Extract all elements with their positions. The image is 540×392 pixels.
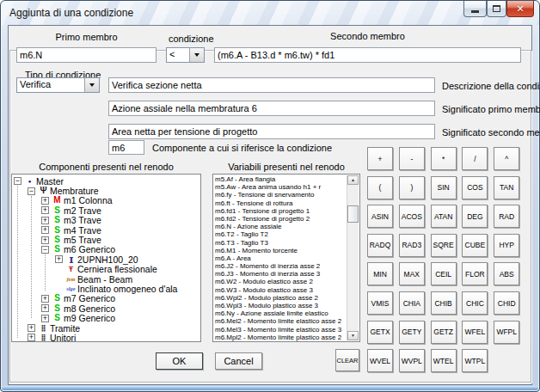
- condizione-combobox[interactable]: <: [166, 47, 205, 63]
- collapse-icon[interactable]: −: [41, 246, 49, 254]
- keypad-button-chia[interactable]: CHIA: [399, 291, 425, 315]
- tree-item[interactable]: ŦCerniera flessionale: [12, 265, 200, 274]
- tree-item[interactable]: +Sm9 Generico: [12, 313, 200, 322]
- cancel-button[interactable]: Cancel: [215, 352, 262, 370]
- keypad-button-sqre[interactable]: SQRE: [431, 234, 457, 257]
- secondo-membro-input[interactable]: [214, 47, 521, 63]
- componente-input[interactable]: [108, 140, 144, 155]
- variable-item[interactable]: m6.W2 - Modulo elastico asse 2: [213, 278, 359, 285]
- variable-item[interactable]: m6.fd2 - Tensione di progetto 2: [213, 215, 359, 223]
- descrizione-input[interactable]: [108, 77, 435, 93]
- variable-item[interactable]: m5.Aw - Area anima usando h1 + r: [213, 183, 359, 191]
- tipo-condizione-dropdown-button[interactable]: [84, 78, 99, 92]
- tree-item[interactable]: −●Master: [12, 176, 200, 186]
- variable-item[interactable]: m6.Mel3 - Momento limite elastico asse 3: [213, 326, 359, 334]
- variables-scrollbar[interactable]: ▲ ▼: [347, 175, 359, 340]
- expand-icon[interactable]: +: [41, 236, 49, 244]
- keypad-button-abs[interactable]: ABS: [494, 262, 519, 285]
- tree-item[interactable]: +Sm4 Trave: [12, 225, 200, 235]
- collapse-icon[interactable]: −: [28, 187, 35, 195]
- primo-membro-input[interactable]: [16, 47, 156, 63]
- tree-item[interactable]: femBeam - Beam: [12, 274, 200, 284]
- expand-icon[interactable]: +: [41, 295, 49, 303]
- clear-button[interactable]: CLEAR: [335, 349, 359, 371]
- tree-item[interactable]: +Sm8 Generico: [12, 303, 200, 313]
- tree-item[interactable]: +Sm3 Trave: [12, 216, 200, 225]
- keypad-button-^[interactable]: ^: [494, 147, 519, 170]
- tree-item[interactable]: +Sm5 Trave: [12, 235, 200, 244]
- keypad-button-vmis[interactable]: VMIS: [367, 291, 393, 315]
- keypad-button-getx[interactable]: GETX: [367, 321, 393, 344]
- keypad-button-sin[interactable]: SIN: [431, 176, 457, 199]
- keypad-button-chic[interactable]: CHIC: [462, 291, 488, 315]
- keypad-button--[interactable]: -: [399, 147, 425, 170]
- keypad-button-)[interactable]: ): [399, 176, 425, 199]
- variable-item[interactable]: m6.Ny - Azione assiale limite elastico: [213, 309, 359, 317]
- keypad-button-([interactable]: (: [367, 176, 393, 199]
- keypad-button-asin[interactable]: ASIN: [367, 205, 393, 228]
- expand-icon[interactable]: +: [41, 197, 49, 205]
- keypad-button-/[interactable]: /: [462, 147, 488, 170]
- tree-item[interactable]: −Sm6 Generico: [12, 245, 200, 254]
- variable-item[interactable]: m6.W3 - Modulo elastico asse 3: [213, 286, 359, 294]
- expand-icon[interactable]: +: [55, 255, 63, 263]
- keypad-button-wfel[interactable]: WFEL: [462, 321, 488, 344]
- tree-item[interactable]: +⣿Tramite: [12, 323, 200, 333]
- variable-item[interactable]: m6.M1 - Momento torcente: [213, 247, 359, 254]
- keypad-button-wtel[interactable]: WTEL: [431, 349, 457, 372]
- tree-item[interactable]: slgeInclinato omogeneo d'ala: [12, 284, 200, 293]
- variable-item[interactable]: m6.A - Area: [213, 254, 359, 262]
- scroll-up-button[interactable]: ▲: [347, 175, 359, 185]
- keypad-button-wfpl[interactable]: WFPL: [494, 321, 519, 344]
- expand-icon[interactable]: +: [41, 226, 49, 234]
- keypad-button-wtpl[interactable]: WTPL: [462, 349, 488, 372]
- keypad-button-+[interactable]: +: [367, 147, 393, 170]
- variable-item[interactable]: m6.fy - Tensione di snervamento: [213, 191, 359, 199]
- significato-secondo-input[interactable]: [108, 124, 435, 139]
- tree-item[interactable]: +⣿Unitori: [12, 333, 200, 342]
- variable-item[interactable]: m5.Af - Area flangia: [213, 175, 359, 183]
- variable-item[interactable]: m6.T3 - Taglio T3: [213, 239, 359, 247]
- keypad-button-getz[interactable]: GETZ: [431, 321, 457, 344]
- variable-item[interactable]: m6.J2 - Momento di inerzia asse 2: [213, 262, 359, 270]
- keypad-button-*[interactable]: *: [431, 147, 457, 170]
- variable-item[interactable]: m6.J3 - Momento di inerzia asse 3: [213, 270, 359, 278]
- expand-icon[interactable]: +: [41, 217, 49, 224]
- variable-item[interactable]: m6.T2 - Taglio T2: [213, 230, 359, 238]
- tipo-condizione-combobox[interactable]: Verifica: [16, 77, 100, 93]
- expand-icon[interactable]: +: [41, 206, 49, 214]
- variable-item[interactable]: m6.Mel2 - Momento limite elastico asse 2: [213, 317, 359, 325]
- variable-item[interactable]: m6.ft - Tensione di rottura: [213, 199, 359, 207]
- title-bar[interactable]: Aggiunta di una condizione: [1, 1, 539, 25]
- expand-icon[interactable]: +: [41, 304, 49, 312]
- variable-item[interactable]: m6.N - Azione assiale: [213, 223, 359, 230]
- keypad-button-hyp[interactable]: HYP: [494, 234, 519, 257]
- ok-button[interactable]: OK: [156, 352, 203, 370]
- keypad-button-radq[interactable]: RADQ: [367, 234, 393, 257]
- variable-item[interactable]: m6.Mpl2 - Momento limite plastico asse 2: [213, 334, 359, 341]
- significato-primo-input[interactable]: [108, 101, 435, 116]
- scrollbar-thumb[interactable]: [347, 205, 359, 223]
- expand-icon[interactable]: +: [28, 334, 35, 341]
- expand-icon[interactable]: +: [41, 315, 49, 322]
- keypad-button-atan[interactable]: ATAN: [431, 205, 457, 228]
- keypad-button-acos[interactable]: ACOS: [399, 205, 425, 228]
- keypad-button-wvpl[interactable]: WVPL: [399, 349, 425, 372]
- keypad-button-gety[interactable]: GETY: [399, 321, 425, 344]
- variable-item[interactable]: m6.Wpl3 - Modulo plastico asse 3: [213, 302, 359, 309]
- tree-item[interactable]: +Sm7 Generico: [12, 294, 200, 303]
- expand-icon[interactable]: +: [28, 324, 35, 332]
- keypad-button-rad3[interactable]: RAD3: [399, 234, 425, 257]
- keypad-button-flor[interactable]: FLOR: [462, 262, 488, 285]
- close-button[interactable]: ✕: [506, 1, 534, 17]
- maximize-button[interactable]: [487, 1, 506, 17]
- tree-item[interactable]: +Mm1 Colonna: [12, 196, 200, 205]
- keypad-button-cube[interactable]: CUBE: [462, 234, 488, 257]
- keypad-button-cos[interactable]: COS: [462, 176, 488, 199]
- scroll-down-button[interactable]: ▼: [347, 331, 359, 340]
- keypad-button-ceil[interactable]: CEIL: [431, 262, 457, 285]
- tree-item[interactable]: +Sm2 Trave: [12, 205, 200, 215]
- variable-item[interactable]: m6.fd1 - Tensione di progetto 1: [213, 207, 359, 215]
- keypad-button-max[interactable]: MAX: [399, 262, 425, 285]
- keypad-button-tan[interactable]: TAN: [494, 176, 519, 199]
